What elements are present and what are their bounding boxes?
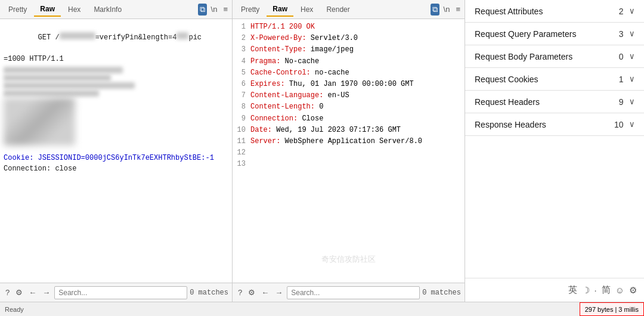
response-line-10: 10Date: Wed, 19 Jul 2023 07:17:36 GMT <box>236 125 461 136</box>
help-btn-left[interactable]: ? <box>4 287 11 298</box>
line-num-4: 4 <box>236 56 246 67</box>
resp-val-2: Servlet/3.0 <box>306 34 358 42</box>
tab-hex-middle[interactable]: Hex <box>295 3 319 16</box>
ime-english-btn[interactable]: 英 <box>568 284 577 296</box>
accordion-request-query: Request Query Parameters 3 ∨ <box>465 23 644 45</box>
accordion-header-request-attributes[interactable]: Request Attributes 2 ∨ <box>465 0 644 22</box>
chevron-down-icon-request-body: ∨ <box>630 51 634 61</box>
status-ready: Ready <box>0 306 29 313</box>
blurred-data-1 <box>4 67 123 73</box>
left-panel: Pretty Raw Hex MarkInfo ⧉ \n ≡ GET / =ve… <box>0 0 233 302</box>
right-empty-space <box>465 139 644 278</box>
middle-content-area: 1HTTP/1.1 200 OK 2X-Powered-By: Servlet/… <box>233 19 465 283</box>
help-btn-middle[interactable]: ? <box>236 287 244 298</box>
accordion-count-request-query: 3 <box>619 29 624 39</box>
middle-tab-bar: Pretty Raw Hex Render ⧉ \n ≡ <box>233 0 465 19</box>
request-get-line: GET / =verifyPin&length=4 pic <box>4 21 228 54</box>
accordion-title-request-body: Request Body Parameters <box>475 52 619 61</box>
menu-icon-middle[interactable]: ≡ <box>454 4 462 15</box>
middle-panel: Pretty Raw Hex Render ⧉ \n ≡ 1HTTP/1.1 2… <box>233 0 465 302</box>
accordion-count-request-body: 0 <box>619 52 624 61</box>
request-suffix: pic <box>188 33 202 42</box>
chevron-down-icon-request-attributes: ∨ <box>630 6 634 16</box>
line-num-1: 1 <box>236 21 246 33</box>
resp-key-10: Date: <box>250 126 272 134</box>
ime-emoji-btn[interactable]: ☺ <box>615 285 624 295</box>
blurred-row-1 <box>4 67 228 73</box>
resp-key-1: HTTP/1.1 200 OK <box>250 23 315 31</box>
left-tab-icons: ⧉ \n ≡ <box>198 4 230 16</box>
resp-key-6: Expires: <box>250 80 285 88</box>
response-line-8: 8Content-Length: 0 <box>236 101 461 113</box>
accordion-header-request-body[interactable]: Request Body Parameters 0 ∨ <box>465 45 644 67</box>
accordion-request-attributes: Request Attributes 2 ∨ <box>465 0 644 23</box>
response-line-12: 12 <box>236 147 461 159</box>
resp-key-7: Content-Language: <box>250 91 323 100</box>
back-btn-middle[interactable]: ← <box>259 287 271 298</box>
resp-key-2: X-Powered-By: <box>250 34 306 42</box>
match-count-middle: 0 matches <box>422 289 461 297</box>
request-params: =verifyPin&length=4 <box>95 33 177 42</box>
blurred-section <box>4 67 228 148</box>
ime-chinese-btn[interactable]: 简 <box>602 284 611 296</box>
forward-btn-middle[interactable]: → <box>273 287 284 298</box>
main-container: Pretty Raw Hex MarkInfo ⧉ \n ≡ GET / =ve… <box>0 0 644 302</box>
search-input-middle[interactable] <box>287 286 420 299</box>
gear-btn-left[interactable]: ⚙ <box>14 287 24 298</box>
connection-line: Connection: close <box>4 163 228 174</box>
response-line-4: 4Pragma: No-cache <box>236 56 461 67</box>
match-count-left: 0 matches <box>190 289 228 297</box>
accordion-count-request-attributes: 2 <box>619 7 624 16</box>
left-content-area: GET / =verifyPin&length=4 pic =1000 HTTP… <box>0 19 232 283</box>
line-num-5: 5 <box>236 67 246 79</box>
accordion-header-request-headers[interactable]: Request Headers 9 ∨ <box>465 91 644 113</box>
resp-val-6: Thu, 01 Jan 1970 00:00:00 GMT <box>285 80 414 88</box>
accordion-count-response-headers: 10 <box>614 120 624 129</box>
tab-markinfo-left[interactable]: MarkInfo <box>88 3 128 16</box>
response-line-1: 1HTTP/1.1 200 OK <box>236 21 461 33</box>
resp-val-8: 0 <box>315 103 323 111</box>
tab-hex-left[interactable]: Hex <box>62 3 86 16</box>
request-line-2: =1000 HTTP/1.1 <box>4 54 228 64</box>
accordion-count-request-headers: 9 <box>619 97 624 107</box>
line-num-7: 7 <box>236 90 246 101</box>
tab-pretty-middle[interactable]: Pretty <box>235 3 265 16</box>
status-bar: Ready 297 bytes | 3 millis <box>0 302 644 316</box>
resp-key-11: Server: <box>250 137 280 145</box>
blurred-row-3 <box>4 82 228 89</box>
line-num-8: 8 <box>236 101 246 113</box>
menu-icon-left[interactable]: ≡ <box>221 4 230 15</box>
line-num-13: 13 <box>236 159 246 170</box>
line-num-12: 12 <box>236 147 246 159</box>
forward-btn-left[interactable]: → <box>41 287 52 298</box>
response-line-11: 11Server: WebSphere Application Server/8… <box>236 136 461 147</box>
right-panel: Request Attributes 2 ∨ Request Query Par… <box>465 0 644 302</box>
tab-pretty-left[interactable]: Pretty <box>2 3 33 16</box>
line-num-11: 11 <box>236 136 246 147</box>
back-btn-left[interactable]: ← <box>27 287 38 298</box>
tab-raw-middle[interactable]: Raw <box>267 2 293 17</box>
tab-render-middle[interactable]: Render <box>320 3 355 16</box>
copy-icon-left[interactable]: ⧉ <box>198 4 207 16</box>
response-line-3: 3Content-Type: image/jpeg <box>236 44 461 55</box>
line-num-6: 6 <box>236 79 246 90</box>
accordion-header-request-query[interactable]: Request Query Parameters 3 ∨ <box>465 23 644 45</box>
gear-btn-middle[interactable]: ⚙ <box>246 287 257 298</box>
resp-key-4: Pragma: <box>250 57 280 66</box>
newline-icon-middle[interactable]: \n <box>442 4 452 15</box>
search-input-left[interactable] <box>54 286 187 299</box>
response-line-2: 2X-Powered-By: Servlet/3.0 <box>236 33 461 44</box>
line-num-2: 2 <box>236 33 246 44</box>
accordion-header-response-headers[interactable]: Response Headers 10 ∨ <box>465 113 644 135</box>
blurred-row-2 <box>4 75 228 81</box>
newline-icon-left[interactable]: \n <box>209 4 219 15</box>
resp-key-5: Cache-Control: <box>250 69 311 77</box>
tab-raw-left[interactable]: Raw <box>34 2 61 17</box>
ime-dot-btn[interactable]: · <box>595 285 597 295</box>
ime-settings-btn[interactable]: ⚙ <box>629 285 637 296</box>
blurred-img-container <box>4 98 228 148</box>
chevron-down-icon-response-headers: ∨ <box>630 119 634 129</box>
accordion-header-request-cookies[interactable]: Request Cookies 1 ∨ <box>465 68 644 90</box>
ime-moon-btn[interactable]: ☽ <box>582 285 590 296</box>
copy-icon-middle[interactable]: ⧉ <box>431 4 439 16</box>
